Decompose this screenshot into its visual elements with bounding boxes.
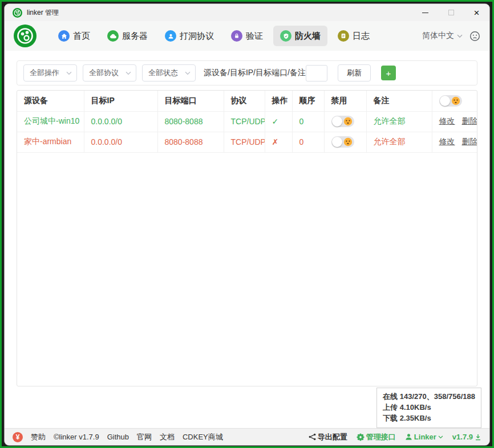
website-link[interactable]: 官网 [137, 432, 152, 442]
cdkey-store-link[interactable]: CDKEY商城 [183, 432, 223, 442]
chevron-down-icon [457, 34, 463, 38]
close-button[interactable]: × [464, 4, 489, 21]
col-note: 备注 [366, 91, 432, 111]
footer-right: 导出配置 管理接口 Linker [309, 432, 481, 442]
emoji-face-icon [343, 137, 353, 146]
cell-note: 允许全部 [366, 111, 432, 132]
export-config-button[interactable]: 导出配置 [309, 432, 347, 442]
protocol-filter-value: 全部协议 [89, 68, 119, 78]
navbar: 首页 服务器 打洞协议 验证 [5, 21, 489, 51]
refresh-button[interactable]: 刷新 [338, 64, 371, 82]
cell-note: 允许全部 [366, 132, 432, 152]
cell-disabled [324, 111, 366, 132]
app-logo-icon [13, 8, 22, 18]
footer: ¥ 赞助 ©linker v1.7.9 Github 官网 文档 CDKEY商城… [5, 428, 489, 445]
manage-api-button[interactable]: 管理接口 [357, 432, 396, 442]
tab-logs[interactable]: 日志 [331, 26, 376, 46]
firewall-table: 源设备 目标IP 目标端口 协议 操作 顺序 禁用 备注 [17, 91, 477, 153]
cell-protocol: TCP/UDP [224, 111, 265, 132]
minimize-icon [422, 13, 428, 13]
shield-icon [280, 30, 291, 42]
cell-disabled [324, 132, 366, 152]
col-disabled: 禁用 [324, 91, 366, 111]
feedback-face-icon[interactable] [469, 31, 480, 42]
modify-link[interactable]: 修改 [439, 137, 455, 146]
maximize-icon [448, 10, 454, 15]
cell-target-port: 8080-8088 [157, 111, 224, 132]
cell-order: 0 [292, 111, 324, 132]
download-icon [475, 434, 481, 441]
docs-link[interactable]: 文档 [160, 432, 175, 442]
disable-toggle[interactable] [331, 136, 354, 148]
chevron-down-icon [185, 71, 191, 75]
yen-glyph: ¥ [16, 433, 20, 441]
sponsor-yen-icon[interactable]: ¥ [13, 432, 23, 442]
cell-protocol: TCP/UDP [224, 132, 265, 152]
tab-servers[interactable]: 服务器 [100, 26, 155, 46]
titlebar: linker 管理 × [5, 4, 489, 21]
add-rule-button[interactable]: + [381, 66, 396, 80]
chevron-down-icon [438, 435, 443, 439]
cloud-icon [107, 30, 119, 42]
minimize-button[interactable] [412, 4, 438, 21]
modify-link[interactable]: 修改 [439, 116, 455, 125]
protocol-filter-select[interactable]: 全部协议 [83, 64, 136, 82]
toggle-knob [332, 116, 342, 127]
emoji-face-icon [451, 96, 460, 105]
language-selector[interactable]: 简体中文 [422, 31, 463, 41]
col-target-ip: 目标IP [84, 91, 157, 111]
tab-home[interactable]: 首页 [51, 26, 97, 46]
col-action: 操作 [265, 91, 292, 111]
tab-label: 打洞协议 [180, 31, 214, 42]
language-label: 简体中文 [422, 31, 454, 41]
operation-filter-select[interactable]: 全部操作 [23, 64, 77, 82]
col-order: 顺序 [292, 91, 324, 111]
home-icon [58, 30, 70, 42]
operation-filter-value: 全部操作 [30, 68, 59, 78]
toggle-knob [332, 137, 342, 147]
tab-label: 首页 [73, 31, 90, 42]
delete-link[interactable]: 删除 [462, 116, 477, 125]
maximize-button[interactable] [438, 4, 464, 21]
cell-target-ip: 0.0.0.0/0 [84, 132, 157, 152]
col-global-toggle [432, 91, 477, 111]
firewall-table-panel: 源设备 目标IP 目标端口 协议 操作 顺序 禁用 备注 [17, 90, 477, 386]
global-disable-toggle[interactable] [439, 95, 462, 107]
tab-verify[interactable]: 验证 [224, 26, 270, 46]
cell-source: 家中-armbian [17, 132, 84, 152]
footer-left: ¥ 赞助 ©linker v1.7.9 Github 官网 文档 CDKEY商城 [13, 432, 223, 442]
lock-icon [231, 30, 242, 42]
cell-action: ✓ [265, 111, 292, 132]
filter-panel: 全部操作 全部协议 全部状态 源设备/目标IP/目标端口/备注 刷新 + [17, 60, 477, 85]
col-source-device: 源设备 [17, 91, 84, 111]
cell-row-actions: 修改删除 [432, 111, 477, 132]
account-menu[interactable]: Linker [405, 433, 443, 441]
status-filter-select[interactable]: 全部状态 [142, 64, 196, 82]
chevron-down-icon [66, 71, 72, 75]
search-input[interactable] [306, 65, 327, 82]
tab-label: 防火墙 [295, 31, 321, 42]
github-link[interactable]: Github [107, 433, 129, 441]
manage-api-label: 管理接口 [366, 432, 396, 442]
version-update-button[interactable]: v1.7.9 [452, 433, 481, 441]
delete-link[interactable]: 删除 [462, 137, 477, 146]
app-window: linker 管理 × 首页 [5, 4, 489, 445]
emoji-face-icon [343, 117, 353, 126]
copyright-text: ©linker v1.7.9 [54, 433, 99, 441]
headset-icon [165, 30, 176, 42]
window-title: linker 管理 [27, 8, 59, 18]
upload-stat: 上传 4.10KB/s [383, 402, 475, 413]
tab-tunnel[interactable]: 打洞协议 [158, 26, 221, 46]
cell-target-port: 8080-8088 [157, 132, 224, 152]
tab-firewall[interactable]: 防火墙 [273, 26, 327, 46]
col-protocol: 协议 [224, 91, 265, 111]
toggle-knob [440, 96, 450, 106]
disable-toggle[interactable] [331, 116, 354, 127]
tab-label: 验证 [246, 31, 263, 42]
col-target-port: 目标端口 [157, 91, 224, 111]
brand-logo-icon[interactable] [14, 25, 37, 47]
user-icon [405, 433, 412, 441]
nav-tabs: 首页 服务器 打洞协议 验证 [51, 26, 376, 46]
sponsor-link[interactable]: 赞助 [31, 432, 46, 442]
online-stat: 在线 143/270、358/756/188 [383, 391, 475, 402]
